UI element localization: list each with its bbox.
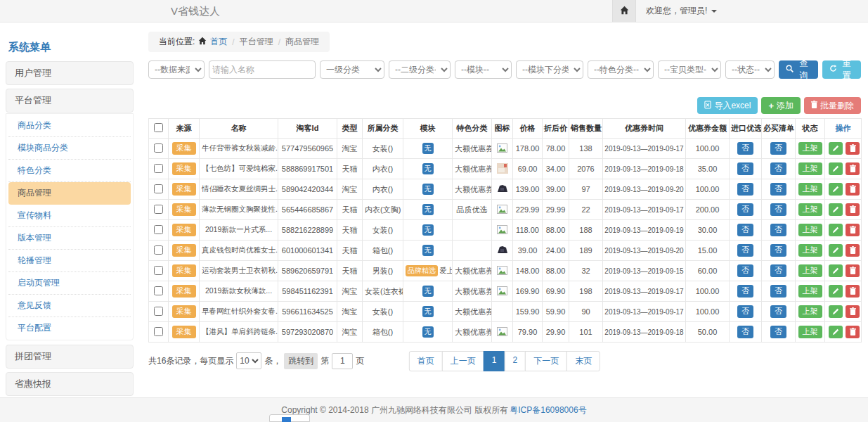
edit-button[interactable] xyxy=(829,183,843,196)
status-select[interactable]: --状态-- xyxy=(725,60,775,79)
icp-link[interactable]: 粤ICP备16098006号 xyxy=(510,404,586,416)
pagination-current-page[interactable]: 1 xyxy=(484,351,505,371)
row-checkbox[interactable] xyxy=(154,286,163,295)
reset-button[interactable]: 重置 xyxy=(822,60,862,79)
import-select-toggle[interactable]: 否 xyxy=(737,326,753,338)
row-checkbox[interactable] xyxy=(154,164,163,173)
row-checkbox[interactable] xyxy=(154,143,163,153)
edit-button[interactable] xyxy=(829,264,843,277)
edit-button[interactable] xyxy=(829,244,843,257)
must-buy-toggle[interactable]: 否 xyxy=(770,183,786,195)
row-checkbox[interactable] xyxy=(154,245,163,255)
row-checkbox[interactable] xyxy=(154,307,163,316)
status-button[interactable]: 上架 xyxy=(798,224,822,236)
sidebar-item-group[interactable]: 省惠快报 xyxy=(6,372,134,396)
name-input[interactable] xyxy=(209,60,316,79)
sidebar-item[interactable]: 模块商品分类 xyxy=(8,137,131,160)
pagination-item[interactable]: 上一页 xyxy=(442,351,484,371)
import-select-toggle[interactable]: 否 xyxy=(737,142,753,154)
import-select-toggle[interactable]: 否 xyxy=(737,183,753,195)
import-select-toggle[interactable]: 否 xyxy=(737,224,753,236)
status-button[interactable]: 上架 xyxy=(798,305,822,317)
import-select-toggle[interactable]: 否 xyxy=(737,264,753,276)
delete-button[interactable] xyxy=(846,203,860,216)
sidebar-item[interactable]: 平台配置 xyxy=(8,317,131,339)
status-button[interactable]: 上架 xyxy=(798,285,822,297)
edit-button[interactable] xyxy=(829,142,843,155)
sidebar-item-active[interactable]: 商品管理 xyxy=(8,182,131,205)
delete-button[interactable] xyxy=(846,224,860,236)
user-menu[interactable]: 欢迎您，管理员! xyxy=(636,0,868,22)
delete-button[interactable] xyxy=(846,326,860,338)
must-buy-toggle[interactable]: 否 xyxy=(770,305,786,317)
edit-button[interactable] xyxy=(829,162,843,175)
sidebar-item-group[interactable]: 拼团管理 xyxy=(6,345,134,369)
select-all-checkbox[interactable] xyxy=(154,123,163,132)
pagination-item[interactable]: 首页 xyxy=(409,351,443,371)
pagination-item[interactable]: 末页 xyxy=(566,351,600,371)
status-button[interactable]: 上架 xyxy=(798,203,822,215)
sidebar-item[interactable]: 轮播管理 xyxy=(8,250,131,272)
per-page-select[interactable]: 10 xyxy=(236,352,261,369)
row-checkbox[interactable] xyxy=(154,266,163,275)
data-source-select[interactable]: --数据来源-- xyxy=(148,60,205,79)
row-checkbox[interactable] xyxy=(154,225,163,234)
import-select-toggle[interactable]: 否 xyxy=(737,162,753,174)
status-button[interactable]: 上架 xyxy=(798,183,822,195)
level1-category-select[interactable]: 一级分类 xyxy=(320,60,384,79)
sidebar-item[interactable]: 意见反馈 xyxy=(8,295,131,317)
import-select-toggle[interactable]: 否 xyxy=(737,244,753,256)
module-select[interactable]: --模块-- xyxy=(455,60,512,79)
sidebar-item[interactable]: 启动页管理 xyxy=(8,272,131,295)
import-select-toggle[interactable]: 否 xyxy=(737,285,753,297)
must-buy-toggle[interactable]: 否 xyxy=(770,244,786,256)
must-buy-toggle[interactable]: 否 xyxy=(770,203,786,215)
feature-category-select[interactable]: --特色分类-- xyxy=(588,60,654,79)
sidebar-item[interactable]: 特色分类 xyxy=(8,160,131,182)
edit-button[interactable] xyxy=(829,285,843,298)
edit-button[interactable] xyxy=(829,203,843,216)
must-buy-toggle[interactable]: 否 xyxy=(770,142,786,154)
sidebar-item[interactable]: 版本管理 xyxy=(8,227,131,250)
delete-button[interactable] xyxy=(846,142,860,155)
status-button[interactable]: 上架 xyxy=(798,162,822,174)
breadcrumb-home-link[interactable]: 首页 xyxy=(210,36,227,48)
must-buy-toggle[interactable]: 否 xyxy=(770,285,786,297)
search-button[interactable]: 查询 xyxy=(779,60,818,79)
must-buy-toggle[interactable]: 否 xyxy=(770,224,786,236)
status-button[interactable]: 上架 xyxy=(798,244,822,256)
must-buy-toggle[interactable]: 否 xyxy=(770,162,786,174)
import-select-toggle[interactable]: 否 xyxy=(737,203,753,215)
pagination-item[interactable]: 2 xyxy=(505,351,526,371)
sidebar-item-group[interactable]: 平台管理 xyxy=(6,89,134,113)
page-number-input[interactable] xyxy=(332,353,353,369)
edit-button[interactable] xyxy=(829,326,843,338)
delete-button[interactable] xyxy=(846,305,860,318)
delete-button[interactable] xyxy=(846,264,860,277)
delete-button[interactable] xyxy=(846,162,860,175)
status-button[interactable]: 上架 xyxy=(798,264,822,276)
level2-category-select[interactable]: --二级分类-- xyxy=(389,60,451,79)
item-type-select[interactable]: --宝贝类型-- xyxy=(658,60,721,79)
sidebar-item-group[interactable]: 用户管理 xyxy=(6,61,134,85)
row-checkbox[interactable] xyxy=(154,205,163,214)
add-button[interactable]: + 添加 xyxy=(761,97,801,114)
edit-button[interactable] xyxy=(829,305,843,318)
module-sub-category-select[interactable]: --模块下分类-- xyxy=(516,60,583,79)
jump-button[interactable]: 跳转到 xyxy=(284,353,318,369)
home-button[interactable] xyxy=(612,0,636,22)
delete-button[interactable] xyxy=(846,244,860,257)
pagination-item[interactable]: 下一页 xyxy=(525,351,567,371)
sidebar-item[interactable]: 商品分类 xyxy=(8,115,131,137)
row-checkbox[interactable] xyxy=(154,184,163,193)
import-excel-button[interactable]: 导入excel xyxy=(697,97,758,114)
status-button[interactable]: 上架 xyxy=(798,142,822,154)
status-button[interactable]: 上架 xyxy=(798,326,822,338)
edit-button[interactable] xyxy=(829,224,843,236)
delete-button[interactable] xyxy=(846,183,860,196)
delete-button[interactable] xyxy=(846,285,860,298)
batch-delete-button[interactable]: 批量删除 xyxy=(804,97,861,114)
row-checkbox[interactable] xyxy=(154,327,163,336)
import-select-toggle[interactable]: 否 xyxy=(737,305,753,317)
must-buy-toggle[interactable]: 否 xyxy=(770,264,786,276)
